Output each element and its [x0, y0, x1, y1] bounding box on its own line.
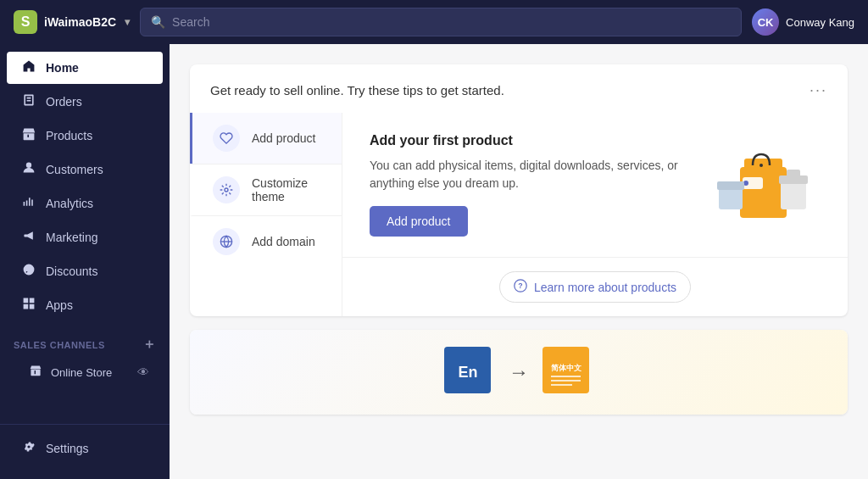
- step-icon-customize: [213, 176, 240, 203]
- brand-name: iWaimaoB2C: [44, 15, 116, 29]
- analytics-icon: [20, 195, 37, 212]
- avatar: CK: [752, 8, 779, 36]
- learn-more-link[interactable]: ? Learn more about products: [499, 271, 691, 303]
- sidebar-item-label: Customers: [46, 163, 103, 176]
- step-label-add-product: Add product: [252, 131, 316, 145]
- step-label-customize: Customize theme: [252, 176, 321, 203]
- learn-more-section: ? Learn more about products: [342, 257, 848, 316]
- sidebar-bottom: Settings: [0, 424, 170, 472]
- svg-text:En: En: [458, 364, 477, 381]
- store-icon: [27, 365, 44, 380]
- learn-more-label: Learn more about products: [534, 281, 676, 294]
- active-step-title: Add your first product: [370, 133, 682, 148]
- more-options-icon[interactable]: ···: [810, 81, 827, 99]
- detail-column: Add your first product You can add physi…: [342, 113, 848, 316]
- step-customize-theme[interactable]: Customize theme: [190, 164, 342, 215]
- sidebar-item-products[interactable]: Products: [7, 120, 163, 152]
- sidebar-item-home[interactable]: Home: [7, 52, 163, 84]
- active-step-text: Add your first product You can add physi…: [370, 133, 682, 237]
- sidebar-item-label: Home: [46, 61, 79, 75]
- active-step-description: You can add physical items, digital down…: [370, 157, 682, 192]
- sidebar-item-analytics[interactable]: Analytics: [7, 187, 163, 220]
- svg-rect-9: [781, 180, 806, 209]
- step-add-product[interactable]: Add product: [190, 113, 342, 164]
- card-title: Get ready to sell online. Try these tips…: [210, 83, 504, 97]
- active-step-content: Add your first product You can add physi…: [342, 113, 848, 257]
- top-nav: S iWaimaoB2C ▾ 🔍 CK Conway Kang: [0, 0, 868, 44]
- step-label-domain: Add domain: [252, 235, 315, 248]
- step-icon-domain: [213, 228, 240, 255]
- sidebar-item-label: Apps: [46, 298, 73, 312]
- sidebar-item-settings[interactable]: Settings: [7, 432, 163, 465]
- en-icon: En: [444, 347, 495, 398]
- sales-channels-section: SALES CHANNELS ＋: [0, 322, 170, 357]
- learn-more-icon: ?: [514, 279, 527, 295]
- settings-icon: [20, 440, 37, 457]
- search-bar[interactable]: 🔍: [140, 8, 742, 36]
- cn-icon: 简体中文: [542, 347, 593, 398]
- settings-label: Settings: [46, 442, 89, 455]
- main-layout: Home Orders Products Customers Analytics: [0, 44, 868, 479]
- shopify-icon: S: [14, 10, 37, 34]
- svg-point-6: [760, 164, 763, 167]
- sidebar: Home Orders Products Customers Analytics: [0, 44, 170, 479]
- steps-column: Add product Customize theme: [190, 113, 342, 316]
- svg-text:?: ?: [518, 281, 522, 290]
- product-illustration: [702, 133, 821, 226]
- step-add-domain[interactable]: Add domain: [190, 215, 342, 267]
- search-input[interactable]: [172, 15, 731, 29]
- add-product-button[interactable]: Add product: [370, 206, 468, 237]
- chevron-down-icon: ▾: [125, 16, 130, 28]
- sidebar-item-label: Analytics: [46, 197, 93, 210]
- svg-rect-4: [740, 167, 787, 218]
- main-content: Get ready to sell online. Try these tips…: [170, 44, 868, 479]
- user-name: Conway Kang: [786, 16, 854, 29]
- card-header: Get ready to sell online. Try these tips…: [190, 64, 848, 113]
- sidebar-spacer: [0, 387, 170, 424]
- sidebar-item-discounts[interactable]: Discounts: [7, 255, 163, 287]
- svg-rect-13: [717, 181, 744, 190]
- svg-point-0: [26, 163, 31, 168]
- sidebar-item-apps[interactable]: Apps: [7, 289, 163, 321]
- user-area[interactable]: CK Conway Kang: [752, 8, 854, 36]
- products-icon: [20, 127, 37, 144]
- sidebar-item-orders[interactable]: Orders: [7, 86, 163, 118]
- arrow-icon: →: [509, 360, 529, 384]
- sidebar-item-label: Products: [46, 129, 92, 142]
- brand-area[interactable]: S iWaimaoB2C ▾: [14, 10, 130, 34]
- sidebar-item-label: Orders: [46, 95, 82, 109]
- step-icon-add-product: [213, 125, 240, 152]
- home-icon: [20, 59, 37, 76]
- split-layout: Add product Customize theme: [190, 113, 848, 316]
- svg-rect-5: [744, 159, 782, 171]
- sidebar-item-customers[interactable]: Customers: [7, 153, 163, 186]
- orders-icon: [20, 93, 37, 110]
- avatar-initials: CK: [758, 16, 774, 29]
- bottom-card-inner: En → 简体中文: [190, 330, 848, 415]
- customers-icon: [20, 161, 37, 178]
- svg-text:简体中文: 简体中文: [551, 364, 581, 372]
- sidebar-item-marketing[interactable]: Marketing: [7, 221, 163, 253]
- discounts-icon: [20, 263, 37, 280]
- getting-started-card: Get ready to sell online. Try these tips…: [190, 64, 848, 316]
- svg-rect-11: [787, 170, 800, 180]
- online-store-left: Online Store: [27, 365, 112, 380]
- online-store-label: Online Store: [51, 366, 112, 379]
- sidebar-item-label: Discounts: [46, 265, 97, 278]
- add-channel-icon[interactable]: ＋: [142, 336, 157, 354]
- bottom-card: En → 简体中文: [190, 330, 848, 415]
- marketing-icon: [20, 229, 37, 246]
- sidebar-item-online-store[interactable]: Online Store 👁: [7, 358, 163, 387]
- eye-icon: 👁: [137, 365, 149, 379]
- apps-icon: [20, 297, 37, 314]
- search-icon: 🔍: [151, 15, 165, 29]
- sidebar-item-label: Marketing: [46, 231, 97, 244]
- sales-channels-label: SALES CHANNELS: [14, 340, 105, 350]
- svg-point-1: [225, 188, 228, 192]
